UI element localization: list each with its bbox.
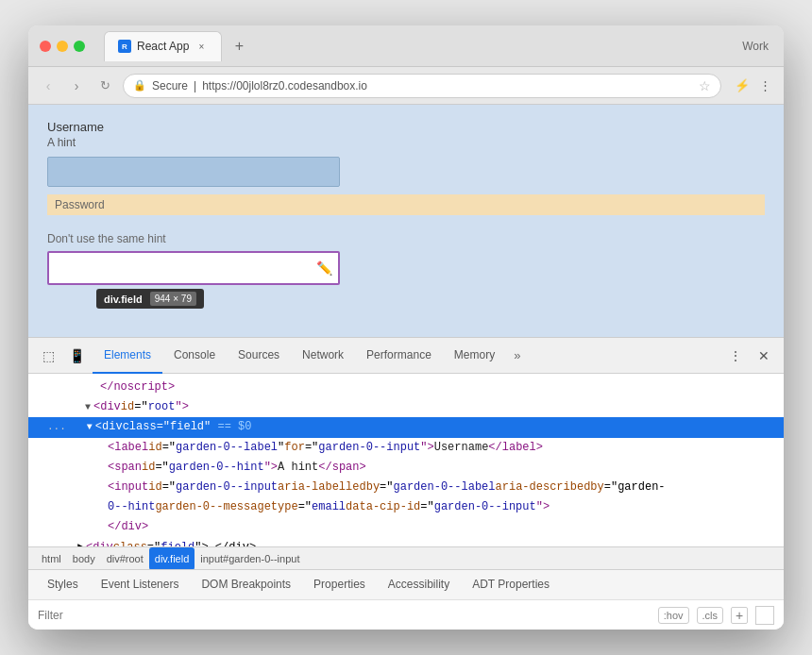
close-button[interactable] [40, 41, 51, 52]
dom-line-input2[interactable]: 0--hint garden-0--message type =" email … [28, 497, 784, 517]
more-tabs-button[interactable]: » [506, 338, 528, 374]
password-eye-icon[interactable]: ✏️ [316, 260, 332, 276]
filter-input[interactable] [38, 605, 651, 626]
back-button[interactable]: ‹ [38, 76, 59, 96]
tab-performance[interactable]: Performance [355, 338, 443, 374]
dom-line-label[interactable]: <label id =" garden-0--label " for =" ga… [28, 438, 784, 458]
breadcrumb-body-label: body [73, 553, 95, 564]
dom-input-aria-attr: aria-labelledby [278, 479, 380, 496]
tab-properties[interactable]: Properties [302, 570, 377, 600]
dom-input-aria2: aria-describedby [496, 479, 604, 496]
dom-field2-tag: <div [86, 539, 113, 547]
tab-console-label: Console [174, 348, 215, 361]
inspect-icon[interactable]: ⬚ [36, 344, 60, 368]
url-bar[interactable]: 🔒 Secure | https://00jlol8rz0.codesandbo… [123, 74, 721, 98]
tab-properties-label: Properties [313, 578, 365, 591]
tab-adt-properties-label: ADT Properties [472, 578, 550, 591]
address-bar: ‹ › ↻ 🔒 Secure | https://00jlol8rz0.code… [28, 67, 784, 105]
browser-tab[interactable]: R React App × [104, 31, 222, 61]
dom-tag-noscript: </noscript> [100, 378, 175, 396]
minimize-button[interactable] [57, 41, 68, 52]
username-label: Username [47, 120, 765, 134]
dom-label-text: Username [434, 439, 489, 457]
filter-add-button[interactable]: + [731, 607, 748, 624]
username-input[interactable] [47, 157, 340, 187]
tab-styles[interactable]: Styles [36, 570, 90, 600]
triangle-field[interactable]: ▼ [87, 420, 93, 435]
tab-console[interactable]: Console [162, 338, 227, 374]
tab-event-listeners[interactable]: Event Listeners [90, 570, 191, 600]
breadcrumb-bar: html body div#root div.field input#garde… [28, 546, 784, 569]
dom-input-id-attr: id [148, 479, 161, 496]
tab-sources[interactable]: Sources [227, 338, 291, 374]
tab-accessibility-label: Accessibility [388, 578, 449, 591]
dom-span-bracket: "> [264, 459, 278, 477]
dom-span-id-val: garden-0--hint [169, 459, 264, 477]
toolbar-icons: ⚡ ⋮ [733, 76, 774, 95]
bookmark-icon[interactable]: ☆ [699, 78, 711, 93]
dom-line-input[interactable]: <input id =" garden-0--input aria-labell… [28, 478, 784, 497]
dom-input-close: "> [536, 498, 550, 516]
password-label: Password [55, 198, 105, 211]
dom-equals2: =" [157, 418, 170, 436]
dom-span-tag: <span [108, 459, 142, 477]
tab-memory[interactable]: Memory [443, 338, 506, 374]
tab-dom-breakpoints[interactable]: DOM Breakpoints [190, 570, 302, 600]
dom-line-span[interactable]: <span id =" garden-0--hint "> A hint </s… [28, 458, 784, 478]
tab-adt-properties[interactable]: ADT Properties [461, 570, 561, 600]
bottom-tabs: Styles Event Listeners DOM Breakpoints P… [28, 569, 784, 599]
dom-input-cip-attr: data-cip-id [346, 498, 420, 516]
dom-attr-id: id [121, 398, 134, 416]
breadcrumb-input[interactable]: input#garden-0--input [195, 547, 305, 570]
devtools-close-icon[interactable]: ✕ [752, 344, 776, 368]
dom-label-id-attr: id [148, 439, 161, 457]
dom-viewer[interactable]: </noscript> ▼ <div id =" root "> ... ▼ <… [28, 374, 784, 546]
triangle-field2[interactable]: ► [77, 540, 83, 546]
tab-styles-label: Styles [47, 578, 78, 591]
dom-line-field2[interactable]: ► <div class =" field ">…</div> [28, 538, 784, 547]
tab-close-icon[interactable]: × [195, 40, 208, 53]
dom-tag-field-quote-close: " [204, 418, 211, 436]
tab-network-label: Network [302, 348, 344, 361]
tab-accessibility[interactable]: Accessibility [377, 570, 461, 600]
extensions-icon[interactable]: ⚡ [733, 76, 752, 95]
password-section: Password div.field 944 × 79 Don't use th… [47, 194, 765, 285]
breadcrumb-html[interactable]: html [36, 547, 67, 570]
password-input[interactable] [47, 251, 340, 285]
dom-label-id-val: garden-0--label [176, 439, 278, 457]
dom-field2-val: field [161, 539, 195, 547]
devtools-actions: ⋮ ✕ [723, 344, 776, 368]
dom-label-for-attr: for [284, 439, 305, 457]
breadcrumb-div-field[interactable]: div.field [149, 547, 195, 570]
tab-network[interactable]: Network [291, 338, 355, 374]
title-bar: R React App × + Work [28, 25, 784, 67]
tooltip-tag: div.field [104, 294, 143, 305]
dom-input-cip-val: garden-0--input [434, 498, 536, 516]
breadcrumb-body[interactable]: body [67, 547, 101, 570]
filter-cls-button[interactable]: .cls [697, 607, 724, 624]
dom-attr-class-name: class [123, 418, 157, 436]
tab-memory-label: Memory [454, 348, 495, 361]
tab-elements[interactable]: Elements [93, 338, 162, 374]
new-tab-button[interactable]: + [228, 35, 250, 58]
maximize-button[interactable] [74, 41, 85, 52]
dom-dollar0: == $0 [211, 418, 251, 436]
dom-tag-field-open: <div [95, 418, 123, 436]
menu-icon[interactable]: ⋮ [755, 76, 774, 95]
reload-button[interactable]: ↻ [94, 76, 115, 96]
url-text: | [194, 79, 196, 92]
tab-performance-label: Performance [366, 348, 431, 361]
breadcrumb-html-label: html [42, 553, 61, 564]
dom-line-root[interactable]: ▼ <div id =" root "> [28, 397, 784, 417]
devtools-tabs: ⬚ 📱 Elements Console Sources Network Per… [28, 338, 784, 374]
breadcrumb-div-root-label: div#root [107, 553, 144, 564]
password-hint: Don't use the same hint [47, 232, 765, 245]
device-icon[interactable]: 📱 [64, 344, 89, 368]
devtools-settings-icon[interactable]: ⋮ [723, 344, 748, 368]
url-full: https://00jlol8rz0.codesandbox.io [202, 79, 367, 92]
triangle-root[interactable]: ▼ [85, 400, 91, 415]
breadcrumb-div-root[interactable]: div#root [101, 547, 149, 570]
forward-button[interactable]: › [66, 76, 87, 96]
dom-line-field[interactable]: ... ▼ <div class =" field " == $0 [28, 417, 784, 437]
filter-hov-button[interactable]: :hov [658, 607, 689, 624]
